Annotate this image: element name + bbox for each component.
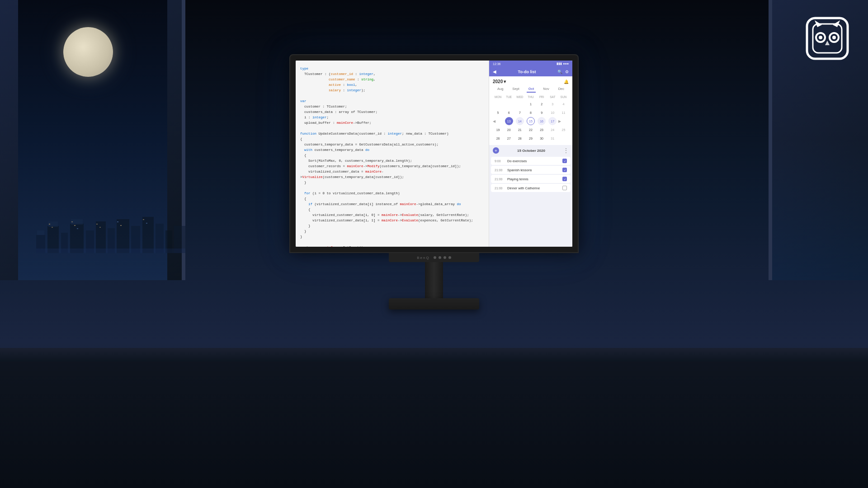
cal-day-26[interactable]: 26 xyxy=(494,134,502,142)
cal-day-22[interactable]: 22 xyxy=(527,126,535,134)
todo-item-3: 21:00 Playing tennis xyxy=(491,175,571,183)
svg-rect-12 xyxy=(142,217,154,253)
cal-day-31[interactable]: 31 xyxy=(548,134,557,142)
cal-day-empty1 xyxy=(494,100,502,108)
dropdown-icon[interactable]: ▾ xyxy=(504,79,506,84)
cal-day-4[interactable]: 4 xyxy=(559,100,567,108)
cal-day-19[interactable]: 19 xyxy=(494,126,502,134)
todo-checkbox-2[interactable] xyxy=(562,168,567,172)
cal-day-27[interactable]: 27 xyxy=(505,134,513,142)
cal-day-28[interactable]: 28 xyxy=(516,134,524,142)
monitor-btn-2[interactable] xyxy=(439,256,441,259)
svg-rect-17 xyxy=(52,227,53,228)
monitor-bezel: type TCustomer : (customer_id : integer,… xyxy=(289,54,579,253)
months-row: Aug Sept Oct Nov Dec xyxy=(493,86,569,93)
monitor-controls xyxy=(434,256,451,259)
svg-rect-1 xyxy=(37,230,44,235)
todo-time-2: 21:00 xyxy=(495,169,505,172)
cal-day-23[interactable]: 23 xyxy=(538,126,546,134)
month-dec[interactable]: Dec xyxy=(557,86,566,93)
cal-day-21[interactable]: 21 xyxy=(516,126,524,134)
cal-day-16[interactable]: 16 xyxy=(538,117,546,125)
cal-day-11[interactable]: 11 xyxy=(559,108,567,117)
phone-status-bar: 12:36 ▮▮▮ ●●● xyxy=(489,61,572,67)
monitor-stand-neck xyxy=(425,262,443,298)
todo-date-header: + 15 October 2020 ⋮ xyxy=(489,145,572,156)
month-nov[interactable]: Nov xyxy=(541,86,551,93)
todo-section: + 15 October 2020 ⋮ 9:00 Do exercises 21… xyxy=(489,145,572,247)
todo-checkbox-4[interactable] xyxy=(562,186,567,190)
cal-header-thu: THU xyxy=(525,94,536,99)
monitor-stand-base xyxy=(389,298,479,310)
floor xyxy=(0,352,868,488)
monitor-btn-1[interactable] xyxy=(434,256,436,259)
cal-day-15[interactable]: 15 xyxy=(527,117,535,125)
svg-marker-34 xyxy=(825,41,830,45)
month-aug[interactable]: Aug xyxy=(495,86,505,93)
svg-rect-20 xyxy=(77,228,78,229)
todo-more-icon[interactable]: ⋮ xyxy=(563,147,569,154)
calendar: 2020 ▾ 🔔 Aug Sept Oct Nov Dec xyxy=(489,76,572,145)
cal-day-5[interactable]: 5 xyxy=(494,108,502,117)
todo-text-4: Dinner with Catherine xyxy=(507,186,560,190)
month-sept[interactable]: Sept xyxy=(510,86,521,93)
code-editor[interactable]: type TCustomer : (customer_id : integer,… xyxy=(296,61,489,247)
cal-day-2[interactable]: 2 xyxy=(538,100,546,108)
todo-time-1: 9:00 xyxy=(495,160,505,163)
cal-header-sat: SAT xyxy=(547,94,558,99)
todo-item-4: 21:00 Dinner with Catherine xyxy=(491,184,571,192)
moon xyxy=(63,27,113,77)
todo-selected-date: 15 October 2020 xyxy=(517,149,545,153)
cal-header-mon: MON xyxy=(493,94,503,99)
svg-rect-16 xyxy=(49,224,50,225)
cal-day-17[interactable]: 17 xyxy=(548,117,557,125)
todo-text-2: Spanish lessons xyxy=(507,168,560,172)
cal-day-30[interactable]: 30 xyxy=(538,134,546,142)
cal-day-24[interactable]: 24 xyxy=(548,126,557,134)
todo-checkbox-1[interactable] xyxy=(562,159,567,163)
monitor-btn-3[interactable] xyxy=(443,256,446,259)
cal-day-29[interactable]: 29 xyxy=(527,134,535,142)
cal-day-13[interactable]: 13 xyxy=(505,117,513,125)
cal-day-25[interactable]: 25 xyxy=(559,126,567,134)
monitor-btn-4[interactable] xyxy=(448,256,451,259)
svg-rect-22 xyxy=(99,227,101,228)
cal-day-14[interactable]: 14 xyxy=(516,117,524,125)
svg-rect-26 xyxy=(146,223,147,224)
cal-header-fri: FRI xyxy=(537,94,547,99)
svg-rect-8 xyxy=(96,221,106,253)
bell-icon[interactable]: 🔔 xyxy=(564,80,569,84)
svg-point-32 xyxy=(819,36,822,39)
svg-rect-23 xyxy=(117,221,118,222)
back-icon[interactable]: ◀ xyxy=(493,69,496,74)
cal-day-7[interactable]: 7 xyxy=(516,108,524,117)
prev-week-arrow[interactable]: ◀ xyxy=(493,117,503,125)
cal-day-empty3 xyxy=(516,100,524,108)
cal-day-9[interactable]: 9 xyxy=(538,108,546,117)
monitor-screen: type TCustomer : (customer_id : integer,… xyxy=(296,61,572,247)
cal-header-sun: SUN xyxy=(558,94,569,99)
svg-rect-21 xyxy=(96,224,98,225)
add-todo-button[interactable]: + xyxy=(493,147,499,154)
todo-text-1: Do exercises xyxy=(507,159,560,163)
cal-day-empty2 xyxy=(505,100,513,108)
settings-icon[interactable]: ⚙ xyxy=(565,70,569,74)
next-week-arrow[interactable]: ▶ xyxy=(558,117,569,125)
todo-time-4: 21:00 xyxy=(495,187,505,190)
calendar-grid: MON TUE WED THU FRI SAT SUN 1 2 3 xyxy=(493,94,569,142)
cal-day-1[interactable]: 1 xyxy=(527,100,535,108)
todo-item-2: 21:00 Spanish lessons xyxy=(491,166,571,174)
cal-day-8[interactable]: 8 xyxy=(527,108,535,117)
todo-checkbox-3[interactable] xyxy=(562,177,567,181)
cal-day-6[interactable]: 6 xyxy=(505,108,513,117)
code-content: type TCustomer : (customer_id : integer,… xyxy=(300,66,484,247)
year-actions: 🔔 xyxy=(564,80,569,84)
cal-header-tue: TUE xyxy=(504,94,514,99)
cal-day-3[interactable]: 3 xyxy=(548,100,557,108)
cal-day-10[interactable]: 10 xyxy=(548,108,557,117)
city-skyline xyxy=(36,199,185,253)
svg-rect-10 xyxy=(117,219,129,253)
search-icon[interactable]: 🔍 xyxy=(557,70,562,74)
month-oct[interactable]: Oct xyxy=(527,86,536,93)
cal-day-20[interactable]: 20 xyxy=(505,126,513,134)
